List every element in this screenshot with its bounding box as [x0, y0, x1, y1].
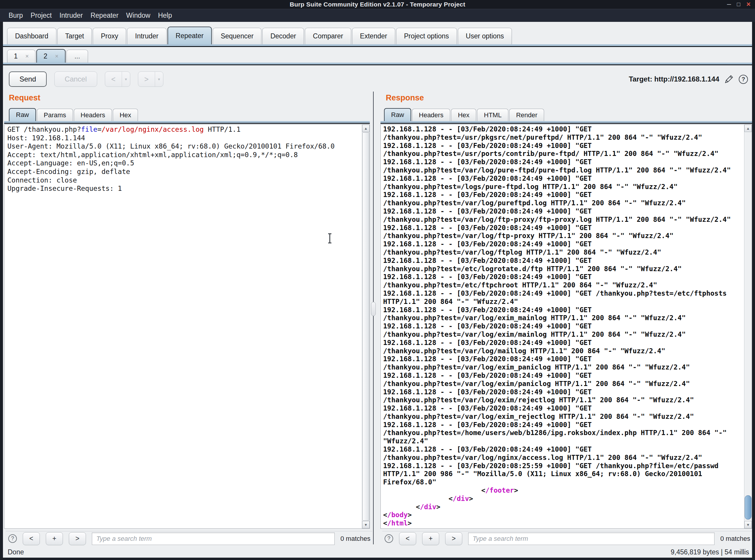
response-log-line: 192.168.1.128 - - [03/Feb/2020:08:24:49 …	[383, 240, 731, 248]
response-log-line: /thankyou.php?test=/var/log/exim/paniclo…	[383, 380, 731, 388]
maximize-icon[interactable]: □	[737, 0, 740, 9]
response-log-line: HTTP/1.1" 200 986 "-" "Mozilla/5.0 (X11;…	[383, 470, 731, 478]
request-tab-raw[interactable]: Raw	[9, 108, 36, 121]
close-tab-icon[interactable]: ×	[55, 53, 59, 60]
request-search-next-button[interactable]: >	[69, 532, 86, 545]
response-log-line: 192.168.1.128 - - [03/Feb/2020:08:24:49 …	[383, 125, 731, 134]
tag-close-bracket: >	[514, 486, 518, 494]
tag-close-bracket: >	[436, 503, 440, 511]
scroll-down-icon[interactable]: ▼	[362, 521, 370, 528]
tab-intruder[interactable]: Intruder	[127, 28, 166, 44]
tab-decoder[interactable]: Decoder	[262, 28, 304, 44]
response-log-line: /thankyou.php?test=/var/log/ftplog HTTP/…	[383, 248, 731, 257]
response-log-line: 192.168.1.128 - - [03/Feb/2020:08:24:49 …	[383, 322, 731, 331]
edit-target-icon[interactable]	[724, 74, 734, 84]
tab-comparer[interactable]: Comparer	[305, 28, 351, 44]
cancel-button[interactable]: Cancel	[54, 72, 97, 87]
history-forward-button[interactable]: > ▾	[138, 72, 163, 87]
response-log-line: 192.168.1.128 - - [03/Feb/2020:08:25:59 …	[383, 462, 731, 470]
request-tab-hex[interactable]: Hex	[113, 109, 138, 121]
response-html-tag-line: </div>	[383, 495, 731, 503]
chevron-down-icon[interactable]: ▾	[155, 72, 163, 86]
menu-item-burp[interactable]: Burp	[5, 9, 27, 22]
menu-item-repeater[interactable]: Repeater	[86, 9, 122, 22]
response-tab-headers[interactable]: Headers	[412, 109, 450, 121]
tab-repeater[interactable]: Repeater	[167, 26, 212, 44]
response-search-add-button[interactable]: +	[422, 532, 439, 545]
search-help-icon[interactable]: ?	[8, 534, 17, 543]
response-tab-hex[interactable]: Hex	[451, 109, 476, 121]
response-log-line: "Wfuzz/2.4"	[383, 437, 731, 445]
html-tag-name: /footer	[485, 486, 514, 494]
request-tab-params[interactable]: Params	[37, 109, 73, 121]
tab-extender[interactable]: Extender	[352, 28, 395, 44]
menu-item-intruder[interactable]: Intruder	[56, 9, 86, 22]
search-help-icon[interactable]: ?	[384, 534, 393, 543]
repeater-tab-bar: 1×2×...	[7, 49, 89, 63]
response-search-next-button[interactable]: >	[445, 532, 462, 545]
close-icon[interactable]: ✕	[746, 0, 751, 9]
response-editor[interactable]: 192.168.1.128 - - [03/Feb/2020:08:24:49 …	[380, 124, 752, 529]
response-search-input[interactable]	[468, 533, 715, 545]
response-log-line: 192.168.1.128 - - [03/Feb/2020:08:24:49 …	[383, 388, 731, 396]
response-log-line: /thankyou.php?test=/home/users/web/b1286…	[383, 429, 731, 437]
tab-user-options[interactable]: User options	[458, 28, 512, 44]
tab-sequencer[interactable]: Sequencer	[213, 28, 261, 44]
forward-arrow-icon: >	[138, 75, 155, 84]
chevron-down-icon[interactable]: ▾	[122, 72, 130, 86]
close-tab-icon[interactable]: ×	[25, 53, 29, 60]
tag-open-bracket: <	[481, 486, 485, 494]
response-scrollbar-thumb[interactable]	[745, 495, 752, 520]
request-scrollbar-thumb[interactable]	[362, 132, 369, 521]
tab-dashboard[interactable]: Dashboard	[7, 28, 56, 44]
request-protocol: HTTP/1.1	[204, 125, 241, 133]
response-log-line: 192.168.1.128 - - [03/Feb/2020:08:24:49 …	[383, 224, 731, 232]
scroll-down-icon[interactable]: ▼	[744, 521, 752, 528]
menu-item-project[interactable]: Project	[27, 9, 56, 22]
request-tab-underline	[4, 121, 370, 124]
request-editor[interactable]: GET /thankyou.php?file=/var/log/nginx/ac…	[4, 124, 370, 529]
scroll-up-icon[interactable]: ▲	[744, 125, 752, 132]
request-scrollbar[interactable]: ▲ ▼	[362, 125, 370, 528]
response-scrollbar[interactable]: ▲ ▼	[744, 125, 752, 528]
response-log-line: 192.168.1.128 - - [03/Feb/2020:08:24:49 …	[383, 158, 731, 166]
request-raw-text[interactable]: GET /thankyou.php?file=/var/log/nginx/ac…	[7, 125, 335, 193]
request-tab-headers[interactable]: Headers	[74, 109, 112, 121]
scroll-up-icon[interactable]: ▲	[362, 125, 370, 132]
response-log-line: /thankyou.php?test=/var/log/exim_paniclo…	[383, 363, 731, 372]
response-tab-html[interactable]: HTML	[477, 109, 508, 121]
target-label: Target: http://192.168.1.144	[629, 75, 719, 83]
response-raw-text[interactable]: 192.168.1.128 - - [03/Feb/2020:08:24:49 …	[383, 125, 731, 527]
response-log-line: 192.168.1.128 - - [03/Feb/2020:08:24:49 …	[383, 289, 731, 298]
request-search-prev-button[interactable]: <	[23, 532, 40, 545]
splitter-handle[interactable]	[371, 302, 376, 316]
request-search-add-button[interactable]: +	[46, 532, 63, 545]
minimize-icon[interactable]: ─	[727, 0, 731, 9]
titlebar[interactable]: Burp Suite Community Edition v2.1.07 - T…	[0, 0, 755, 9]
menu-item-window[interactable]: Window	[122, 9, 154, 22]
response-stats: 9,456,819 bytes | 54 millis	[671, 548, 749, 556]
new-tab-button[interactable]: ...	[66, 49, 88, 63]
response-search-prev-button[interactable]: <	[399, 532, 416, 545]
help-icon[interactable]: ?	[739, 75, 748, 84]
menu-item-help[interactable]: Help	[154, 9, 176, 22]
response-tab-render[interactable]: Render	[509, 109, 544, 121]
request-param-name: file	[81, 125, 97, 133]
tab-target[interactable]: Target	[57, 28, 92, 44]
response-log-line: 192.168.1.128 - - [03/Feb/2020:08:24:49 …	[383, 339, 731, 347]
response-tab-raw[interactable]: Raw	[384, 108, 411, 121]
repeater-tab-label: 1	[14, 52, 18, 60]
tab-project-options[interactable]: Project options	[396, 28, 457, 44]
send-button[interactable]: Send	[9, 72, 47, 87]
history-back-button[interactable]: < ▾	[105, 72, 130, 87]
tag-open-bracket: <	[416, 503, 420, 511]
repeater-tab-2[interactable]: 2×	[36, 49, 65, 63]
response-log-line: /thankyou.php?test=/var/log/nginx/access…	[383, 454, 731, 462]
repeater-tab-1[interactable]: 1×	[7, 49, 36, 63]
response-log-line: 192.168.1.128 - - [03/Feb/2020:08:24:49 …	[383, 421, 731, 429]
response-log-line: HTTP/1.1" 200 864 "-" "Wfuzz/2.4"	[383, 298, 731, 306]
response-tab-underline	[380, 121, 752, 124]
tab-proxy[interactable]: Proxy	[93, 28, 126, 44]
request-search-input[interactable]	[92, 533, 335, 545]
response-log-line: /thankyou.php?test=/logs/pure-ftpd.log H…	[383, 183, 731, 191]
